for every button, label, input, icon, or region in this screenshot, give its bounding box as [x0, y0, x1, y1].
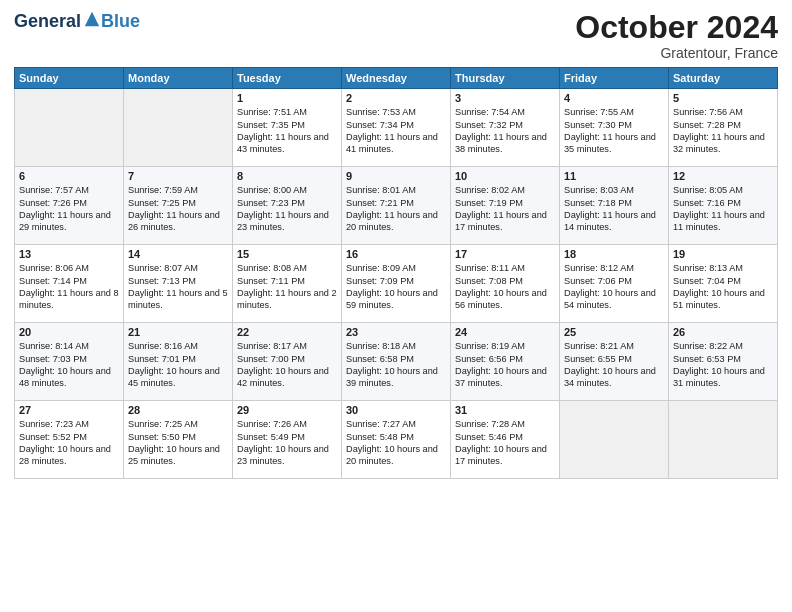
sunset-text: Sunset: 7:04 PM: [673, 275, 773, 287]
sunset-text: Sunset: 5:48 PM: [346, 431, 446, 443]
calendar-cell: 14 Sunrise: 8:07 AM Sunset: 7:13 PM Dayl…: [124, 245, 233, 323]
sunset-text: Sunset: 7:23 PM: [237, 197, 337, 209]
calendar-table: SundayMondayTuesdayWednesdayThursdayFrid…: [14, 67, 778, 479]
sunset-text: Sunset: 5:50 PM: [128, 431, 228, 443]
sunrise-text: Sunrise: 8:08 AM: [237, 262, 337, 274]
daylight-text: Daylight: 10 hours and 31 minutes.: [673, 365, 773, 390]
cell-content: Sunrise: 8:08 AM Sunset: 7:11 PM Dayligh…: [237, 262, 337, 312]
daylight-text: Daylight: 11 hours and 32 minutes.: [673, 131, 773, 156]
daylight-text: Daylight: 10 hours and 51 minutes.: [673, 287, 773, 312]
daylight-text: Daylight: 11 hours and 23 minutes.: [237, 209, 337, 234]
daylight-text: Daylight: 10 hours and 54 minutes.: [564, 287, 664, 312]
logo-general: General: [14, 12, 81, 30]
title-block: October 2024 Gratentour, France: [575, 10, 778, 61]
sunrise-text: Sunrise: 8:14 AM: [19, 340, 119, 352]
calendar-cell: 12 Sunrise: 8:05 AM Sunset: 7:16 PM Dayl…: [669, 167, 778, 245]
cell-content: Sunrise: 8:00 AM Sunset: 7:23 PM Dayligh…: [237, 184, 337, 234]
daylight-text: Daylight: 10 hours and 20 minutes.: [346, 443, 446, 468]
sunrise-text: Sunrise: 8:07 AM: [128, 262, 228, 274]
sunset-text: Sunset: 7:21 PM: [346, 197, 446, 209]
cell-content: Sunrise: 8:21 AM Sunset: 6:55 PM Dayligh…: [564, 340, 664, 390]
weekday-friday: Friday: [560, 68, 669, 89]
day-number: 28: [128, 404, 228, 416]
cell-content: Sunrise: 8:17 AM Sunset: 7:00 PM Dayligh…: [237, 340, 337, 390]
week-row-1: 1 Sunrise: 7:51 AM Sunset: 7:35 PM Dayli…: [15, 89, 778, 167]
day-number: 23: [346, 326, 446, 338]
sunset-text: Sunset: 7:00 PM: [237, 353, 337, 365]
daylight-text: Daylight: 11 hours and 38 minutes.: [455, 131, 555, 156]
week-row-3: 13 Sunrise: 8:06 AM Sunset: 7:14 PM Dayl…: [15, 245, 778, 323]
cell-content: Sunrise: 7:26 AM Sunset: 5:49 PM Dayligh…: [237, 418, 337, 468]
calendar-cell: [560, 401, 669, 479]
sunset-text: Sunset: 7:01 PM: [128, 353, 228, 365]
day-number: 7: [128, 170, 228, 182]
daylight-text: Daylight: 10 hours and 45 minutes.: [128, 365, 228, 390]
sunrise-text: Sunrise: 8:19 AM: [455, 340, 555, 352]
cell-content: Sunrise: 8:05 AM Sunset: 7:16 PM Dayligh…: [673, 184, 773, 234]
day-number: 12: [673, 170, 773, 182]
daylight-text: Daylight: 11 hours and 41 minutes.: [346, 131, 446, 156]
cell-content: Sunrise: 7:23 AM Sunset: 5:52 PM Dayligh…: [19, 418, 119, 468]
cell-content: Sunrise: 8:06 AM Sunset: 7:14 PM Dayligh…: [19, 262, 119, 312]
calendar-cell: 6 Sunrise: 7:57 AM Sunset: 7:26 PM Dayli…: [15, 167, 124, 245]
daylight-text: Daylight: 10 hours and 56 minutes.: [455, 287, 555, 312]
sunrise-text: Sunrise: 8:11 AM: [455, 262, 555, 274]
calendar-cell: 9 Sunrise: 8:01 AM Sunset: 7:21 PM Dayli…: [342, 167, 451, 245]
daylight-text: Daylight: 10 hours and 25 minutes.: [128, 443, 228, 468]
day-number: 15: [237, 248, 337, 260]
calendar-cell: 27 Sunrise: 7:23 AM Sunset: 5:52 PM Dayl…: [15, 401, 124, 479]
month-title: October 2024: [575, 10, 778, 45]
week-row-4: 20 Sunrise: 8:14 AM Sunset: 7:03 PM Dayl…: [15, 323, 778, 401]
sunset-text: Sunset: 7:18 PM: [564, 197, 664, 209]
daylight-text: Daylight: 11 hours and 5 minutes.: [128, 287, 228, 312]
day-number: 20: [19, 326, 119, 338]
sunrise-text: Sunrise: 7:54 AM: [455, 106, 555, 118]
cell-content: Sunrise: 7:59 AM Sunset: 7:25 PM Dayligh…: [128, 184, 228, 234]
calendar-cell: 19 Sunrise: 8:13 AM Sunset: 7:04 PM Dayl…: [669, 245, 778, 323]
calendar-cell: [124, 89, 233, 167]
sunrise-text: Sunrise: 7:27 AM: [346, 418, 446, 430]
sunrise-text: Sunrise: 7:53 AM: [346, 106, 446, 118]
day-number: 4: [564, 92, 664, 104]
day-number: 25: [564, 326, 664, 338]
daylight-text: Daylight: 10 hours and 23 minutes.: [237, 443, 337, 468]
weekday-sunday: Sunday: [15, 68, 124, 89]
daylight-text: Daylight: 10 hours and 17 minutes.: [455, 443, 555, 468]
sunrise-text: Sunrise: 8:17 AM: [237, 340, 337, 352]
sunset-text: Sunset: 7:25 PM: [128, 197, 228, 209]
sunset-text: Sunset: 5:49 PM: [237, 431, 337, 443]
sunrise-text: Sunrise: 8:16 AM: [128, 340, 228, 352]
calendar-cell: 22 Sunrise: 8:17 AM Sunset: 7:00 PM Dayl…: [233, 323, 342, 401]
daylight-text: Daylight: 11 hours and 2 minutes.: [237, 287, 337, 312]
calendar-cell: 25 Sunrise: 8:21 AM Sunset: 6:55 PM Dayl…: [560, 323, 669, 401]
sunset-text: Sunset: 7:13 PM: [128, 275, 228, 287]
calendar-cell: 3 Sunrise: 7:54 AM Sunset: 7:32 PM Dayli…: [451, 89, 560, 167]
sunrise-text: Sunrise: 8:00 AM: [237, 184, 337, 196]
calendar-cell: 29 Sunrise: 7:26 AM Sunset: 5:49 PM Dayl…: [233, 401, 342, 479]
sunrise-text: Sunrise: 7:51 AM: [237, 106, 337, 118]
day-number: 29: [237, 404, 337, 416]
sunrise-text: Sunrise: 8:09 AM: [346, 262, 446, 274]
calendar-cell: [669, 401, 778, 479]
day-number: 10: [455, 170, 555, 182]
day-number: 30: [346, 404, 446, 416]
daylight-text: Daylight: 10 hours and 42 minutes.: [237, 365, 337, 390]
cell-content: Sunrise: 7:53 AM Sunset: 7:34 PM Dayligh…: [346, 106, 446, 156]
logo-text: General Blue: [14, 10, 140, 30]
calendar-cell: 5 Sunrise: 7:56 AM Sunset: 7:28 PM Dayli…: [669, 89, 778, 167]
sunrise-text: Sunrise: 8:22 AM: [673, 340, 773, 352]
cell-content: Sunrise: 8:09 AM Sunset: 7:09 PM Dayligh…: [346, 262, 446, 312]
sunrise-text: Sunrise: 7:55 AM: [564, 106, 664, 118]
sunrise-text: Sunrise: 8:12 AM: [564, 262, 664, 274]
calendar-cell: 17 Sunrise: 8:11 AM Sunset: 7:08 PM Dayl…: [451, 245, 560, 323]
calendar-cell: 7 Sunrise: 7:59 AM Sunset: 7:25 PM Dayli…: [124, 167, 233, 245]
cell-content: Sunrise: 7:25 AM Sunset: 5:50 PM Dayligh…: [128, 418, 228, 468]
day-number: 18: [564, 248, 664, 260]
sunrise-text: Sunrise: 7:28 AM: [455, 418, 555, 430]
sunset-text: Sunset: 5:46 PM: [455, 431, 555, 443]
day-number: 17: [455, 248, 555, 260]
day-number: 14: [128, 248, 228, 260]
cell-content: Sunrise: 7:51 AM Sunset: 7:35 PM Dayligh…: [237, 106, 337, 156]
calendar-page: General Blue October 2024 Gratentour, Fr…: [0, 0, 792, 612]
daylight-text: Daylight: 11 hours and 35 minutes.: [564, 131, 664, 156]
